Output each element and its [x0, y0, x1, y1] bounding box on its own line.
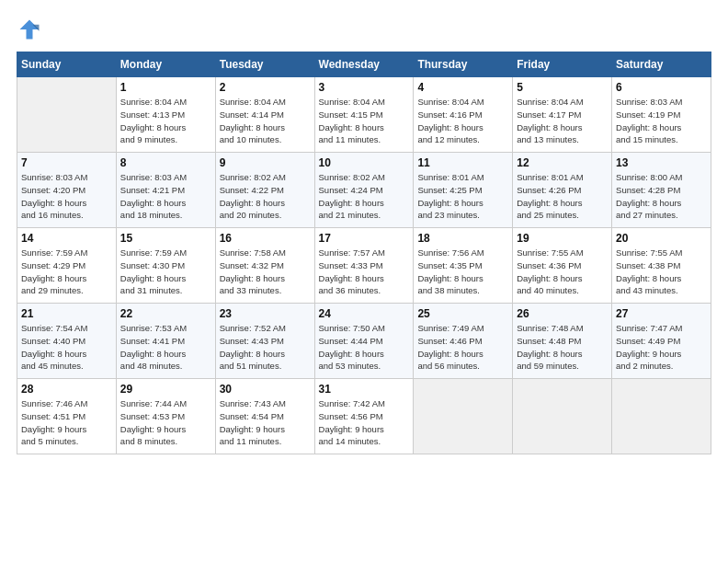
- weekday-header-monday: Monday: [116, 52, 215, 77]
- day-info: Sunrise: 7:58 AMSunset: 4:32 PMDaylight:…: [220, 247, 311, 297]
- day-number: 12: [517, 156, 608, 169]
- calendar-cell: 17Sunrise: 7:57 AMSunset: 4:33 PMDayligh…: [314, 228, 414, 304]
- calendar-cell: 20Sunrise: 7:55 AMSunset: 4:38 PMDayligh…: [612, 228, 711, 304]
- day-info: Sunrise: 8:04 AMSunset: 4:14 PMDaylight:…: [220, 96, 311, 146]
- calendar-cell: 13Sunrise: 8:00 AMSunset: 4:28 PMDayligh…: [612, 153, 711, 228]
- week-row-0: 1Sunrise: 8:04 AMSunset: 4:13 PMDaylight…: [17, 77, 711, 153]
- day-number: 14: [21, 232, 112, 245]
- calendar-header-row: SundayMondayTuesdayWednesdayThursdayFrid…: [17, 52, 711, 77]
- calendar-table: SundayMondayTuesdayWednesdayThursdayFrid…: [17, 52, 711, 454]
- calendar-cell: 29Sunrise: 7:44 AMSunset: 4:53 PMDayligh…: [116, 379, 215, 454]
- calendar-cell: 8Sunrise: 8:03 AMSunset: 4:21 PMDaylight…: [116, 153, 215, 228]
- day-info: Sunrise: 8:04 AMSunset: 4:16 PMDaylight:…: [417, 96, 508, 146]
- calendar-cell: [513, 379, 612, 454]
- day-info: Sunrise: 8:02 AMSunset: 4:22 PMDaylight:…: [220, 171, 311, 222]
- calendar-cell: 21Sunrise: 7:54 AMSunset: 4:40 PMDayligh…: [17, 304, 117, 379]
- calendar-cell: [414, 379, 513, 454]
- day-info: Sunrise: 7:55 AMSunset: 4:36 PMDaylight:…: [517, 247, 608, 297]
- day-number: 27: [616, 307, 707, 320]
- day-info: Sunrise: 7:44 AMSunset: 4:53 PMDaylight:…: [120, 397, 211, 448]
- calendar-cell: 1Sunrise: 8:04 AMSunset: 4:13 PMDaylight…: [116, 77, 215, 153]
- calendar-cell: 5Sunrise: 8:04 AMSunset: 4:17 PMDaylight…: [513, 77, 612, 153]
- calendar-cell: 19Sunrise: 7:55 AMSunset: 4:36 PMDayligh…: [513, 228, 612, 304]
- day-number: 17: [319, 232, 410, 245]
- day-info: Sunrise: 7:54 AMSunset: 4:40 PMDaylight:…: [21, 322, 112, 373]
- calendar-cell: 12Sunrise: 8:01 AMSunset: 4:26 PMDayligh…: [513, 153, 612, 228]
- day-number: 30: [220, 383, 311, 396]
- day-info: Sunrise: 8:03 AMSunset: 4:20 PMDaylight:…: [21, 171, 112, 222]
- day-number: 18: [417, 232, 508, 245]
- weekday-header-saturday: Saturday: [612, 52, 711, 77]
- day-info: Sunrise: 8:04 AMSunset: 4:17 PMDaylight:…: [517, 96, 608, 146]
- day-number: 29: [120, 383, 211, 396]
- day-info: Sunrise: 7:46 AMSunset: 4:51 PMDaylight:…: [21, 397, 112, 448]
- day-info: Sunrise: 7:55 AMSunset: 4:38 PMDaylight:…: [616, 247, 707, 297]
- day-number: 31: [319, 383, 410, 396]
- day-info: Sunrise: 8:02 AMSunset: 4:24 PMDaylight:…: [319, 171, 410, 222]
- day-info: Sunrise: 7:47 AMSunset: 4:49 PMDaylight:…: [616, 322, 707, 373]
- day-number: 1: [120, 81, 211, 94]
- day-number: 2: [220, 81, 311, 94]
- calendar-cell: 4Sunrise: 8:04 AMSunset: 4:16 PMDaylight…: [414, 77, 513, 153]
- weekday-header-tuesday: Tuesday: [215, 52, 314, 77]
- day-number: 8: [120, 156, 211, 169]
- day-info: Sunrise: 8:01 AMSunset: 4:25 PMDaylight:…: [417, 171, 508, 222]
- calendar-cell: 26Sunrise: 7:48 AMSunset: 4:48 PMDayligh…: [513, 304, 612, 379]
- calendar-cell: 24Sunrise: 7:50 AMSunset: 4:44 PMDayligh…: [314, 304, 414, 379]
- logo: [17, 17, 46, 42]
- weekday-header-thursday: Thursday: [414, 52, 513, 77]
- calendar-cell: 15Sunrise: 7:59 AMSunset: 4:30 PMDayligh…: [116, 228, 215, 304]
- day-info: Sunrise: 8:03 AMSunset: 4:19 PMDaylight:…: [616, 96, 707, 146]
- day-info: Sunrise: 7:52 AMSunset: 4:43 PMDaylight:…: [220, 322, 311, 373]
- calendar-cell: 22Sunrise: 7:53 AMSunset: 4:41 PMDayligh…: [116, 304, 215, 379]
- week-row-2: 14Sunrise: 7:59 AMSunset: 4:29 PMDayligh…: [17, 228, 711, 304]
- day-number: 5: [517, 81, 608, 94]
- calendar-cell: 11Sunrise: 8:01 AMSunset: 4:25 PMDayligh…: [414, 153, 513, 228]
- day-number: 9: [220, 156, 311, 169]
- calendar-cell: 16Sunrise: 7:58 AMSunset: 4:32 PMDayligh…: [215, 228, 314, 304]
- calendar-cell: [612, 379, 711, 454]
- calendar-cell: 28Sunrise: 7:46 AMSunset: 4:51 PMDayligh…: [17, 379, 117, 454]
- calendar-body: 1Sunrise: 8:04 AMSunset: 4:13 PMDaylight…: [17, 77, 711, 454]
- day-info: Sunrise: 7:59 AMSunset: 4:30 PMDaylight:…: [120, 247, 211, 297]
- calendar-cell: 10Sunrise: 8:02 AMSunset: 4:24 PMDayligh…: [314, 153, 414, 228]
- svg-marker-0: [20, 20, 40, 40]
- calendar-cell: 9Sunrise: 8:02 AMSunset: 4:22 PMDaylight…: [215, 153, 314, 228]
- calendar-cell: 30Sunrise: 7:43 AMSunset: 4:54 PMDayligh…: [215, 379, 314, 454]
- day-number: 15: [120, 232, 211, 245]
- page-header: [17, 17, 711, 42]
- day-number: 11: [417, 156, 508, 169]
- day-info: Sunrise: 7:43 AMSunset: 4:54 PMDaylight:…: [220, 397, 311, 448]
- day-number: 13: [616, 156, 707, 169]
- calendar-cell: 31Sunrise: 7:42 AMSunset: 4:56 PMDayligh…: [314, 379, 414, 454]
- day-number: 24: [319, 307, 410, 320]
- calendar-cell: [17, 77, 117, 153]
- day-number: 21: [21, 307, 112, 320]
- weekday-header-sunday: Sunday: [17, 52, 117, 77]
- calendar-cell: 23Sunrise: 7:52 AMSunset: 4:43 PMDayligh…: [215, 304, 314, 379]
- day-info: Sunrise: 7:57 AMSunset: 4:33 PMDaylight:…: [319, 247, 410, 297]
- day-number: 10: [319, 156, 410, 169]
- day-number: 4: [417, 81, 508, 94]
- day-info: Sunrise: 7:50 AMSunset: 4:44 PMDaylight:…: [319, 322, 410, 373]
- calendar-cell: 18Sunrise: 7:56 AMSunset: 4:35 PMDayligh…: [414, 228, 513, 304]
- day-info: Sunrise: 8:00 AMSunset: 4:28 PMDaylight:…: [616, 171, 707, 222]
- calendar-cell: 2Sunrise: 8:04 AMSunset: 4:14 PMDaylight…: [215, 77, 314, 153]
- day-number: 26: [517, 307, 608, 320]
- day-number: 25: [417, 307, 508, 320]
- week-row-1: 7Sunrise: 8:03 AMSunset: 4:20 PMDaylight…: [17, 153, 711, 228]
- week-row-3: 21Sunrise: 7:54 AMSunset: 4:40 PMDayligh…: [17, 304, 711, 379]
- day-number: 22: [120, 307, 211, 320]
- weekday-header-wednesday: Wednesday: [314, 52, 414, 77]
- day-number: 19: [517, 232, 608, 245]
- day-number: 3: [319, 81, 410, 94]
- day-info: Sunrise: 8:04 AMSunset: 4:15 PMDaylight:…: [319, 96, 410, 146]
- day-info: Sunrise: 7:56 AMSunset: 4:35 PMDaylight:…: [417, 247, 508, 297]
- logo-icon: [17, 17, 42, 42]
- day-info: Sunrise: 8:01 AMSunset: 4:26 PMDaylight:…: [517, 171, 608, 222]
- day-number: 6: [616, 81, 707, 94]
- calendar-cell: 7Sunrise: 8:03 AMSunset: 4:20 PMDaylight…: [17, 153, 117, 228]
- calendar-cell: 3Sunrise: 8:04 AMSunset: 4:15 PMDaylight…: [314, 77, 414, 153]
- calendar-cell: 14Sunrise: 7:59 AMSunset: 4:29 PMDayligh…: [17, 228, 117, 304]
- calendar-cell: 6Sunrise: 8:03 AMSunset: 4:19 PMDaylight…: [612, 77, 711, 153]
